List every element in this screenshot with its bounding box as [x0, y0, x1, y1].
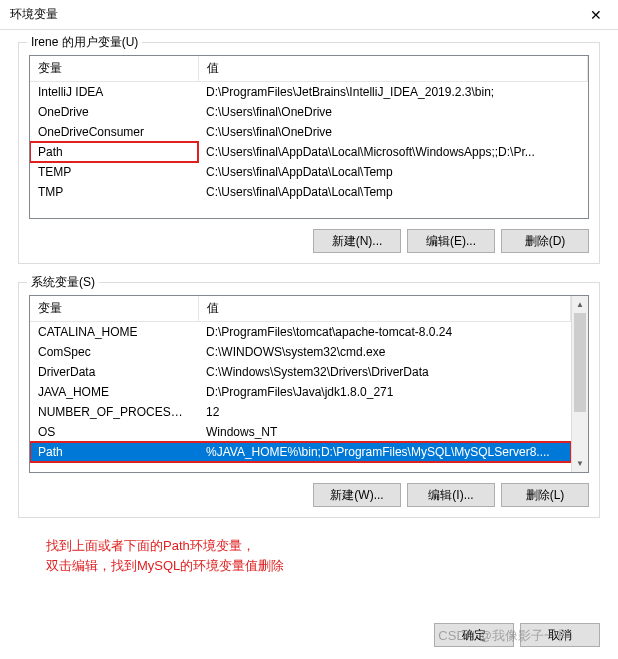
titlebar: 环境变量 ✕ — [0, 0, 618, 30]
sys-col-var[interactable]: 变量 — [30, 296, 198, 322]
ok-button[interactable]: 确定 — [434, 623, 514, 647]
user-delete-button[interactable]: 删除(D) — [501, 229, 589, 253]
sys-vars-legend: 系统变量(S) — [27, 274, 99, 291]
close-button[interactable]: ✕ — [573, 0, 618, 30]
sys-delete-button[interactable]: 删除(L) — [501, 483, 589, 507]
user-vars-table[interactable]: 变量 值 IntelliJ IDEAD:\ProgramFiles\JetBra… — [30, 56, 588, 202]
scroll-up-icon[interactable]: ▲ — [572, 296, 588, 313]
scroll-down-icon[interactable]: ▼ — [572, 455, 588, 472]
user-col-val[interactable]: 值 — [198, 56, 588, 82]
table-row[interactable]: JAVA_HOMED:\ProgramFiles\Java\jdk1.8.0_2… — [30, 382, 571, 402]
scrollbar[interactable]: ▲ ▼ — [571, 296, 588, 472]
table-row[interactable]: DriverDataC:\Windows\System32\Drivers\Dr… — [30, 362, 571, 382]
sys-vars-table[interactable]: 变量 值 CATALINA_HOMED:\ProgramFiles\tomcat… — [30, 296, 571, 462]
table-row[interactable]: NUMBER_OF_PROCESSORS12 — [30, 402, 571, 422]
table-row[interactable]: TEMPC:\Users\final\AppData\Local\Temp — [30, 162, 588, 182]
sys-col-val[interactable]: 值 — [198, 296, 571, 322]
sys-path-cell: Path — [30, 442, 198, 462]
dialog-footer: 确定 取消 CSDN @我像影子一样 — [434, 623, 600, 647]
table-row[interactable]: PathC:\Users\final\AppData\Local\Microso… — [30, 142, 588, 162]
table-row[interactable]: OneDriveConsumerC:\Users\final\OneDrive — [30, 122, 588, 142]
user-edit-button[interactable]: 编辑(E)... — [407, 229, 495, 253]
table-row[interactable]: IntelliJ IDEAD:\ProgramFiles\JetBrains\I… — [30, 82, 588, 103]
table-row[interactable]: OSWindows_NT — [30, 422, 571, 442]
user-col-var[interactable]: 变量 — [30, 56, 198, 82]
table-row[interactable]: TMPC:\Users\final\AppData\Local\Temp — [30, 182, 588, 202]
annotation-text: 找到上面或者下面的Path环境变量， 双击编辑，找到MySQL的环境变量值删除 — [46, 536, 600, 575]
table-row-selected[interactable]: Path%JAVA_HOME%\bin;D:\ProgramFiles\MySQ… — [30, 442, 571, 462]
table-row[interactable]: ComSpecC:\WINDOWS\system32\cmd.exe — [30, 342, 571, 362]
close-icon: ✕ — [590, 7, 602, 23]
scroll-thumb[interactable] — [574, 313, 586, 412]
sys-new-button[interactable]: 新建(W)... — [313, 483, 401, 507]
user-new-button[interactable]: 新建(N)... — [313, 229, 401, 253]
table-row[interactable]: OneDriveC:\Users\final\OneDrive — [30, 102, 588, 122]
user-vars-group: Irene 的用户变量(U) 变量 值 IntelliJ IDEAD:\Prog… — [18, 42, 600, 264]
user-vars-table-wrap: 变量 值 IntelliJ IDEAD:\ProgramFiles\JetBra… — [29, 55, 589, 219]
user-path-cell: Path — [30, 142, 198, 162]
sys-vars-group: 系统变量(S) 变量 值 CATALINA_HOMED:\ProgramFile… — [18, 282, 600, 518]
sys-edit-button[interactable]: 编辑(I)... — [407, 483, 495, 507]
sys-vars-table-wrap: 变量 值 CATALINA_HOMED:\ProgramFiles\tomcat… — [29, 295, 589, 473]
window-title: 环境变量 — [10, 6, 58, 23]
user-vars-legend: Irene 的用户变量(U) — [27, 34, 142, 51]
table-row[interactable]: CATALINA_HOMED:\ProgramFiles\tomcat\apac… — [30, 322, 571, 343]
cancel-button[interactable]: 取消 — [520, 623, 600, 647]
